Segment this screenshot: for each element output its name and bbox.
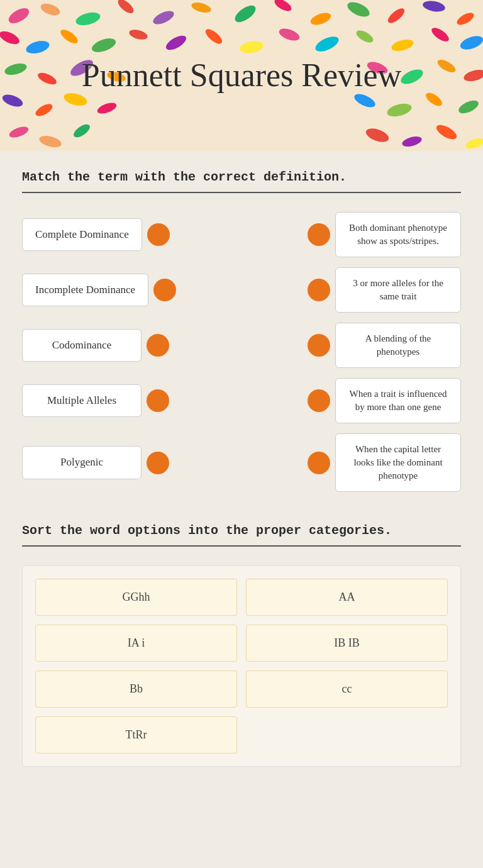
dot-right-3[interactable] [308,334,330,357]
dot-left-2[interactable] [153,279,176,301]
svg-point-49 [465,136,483,150]
page-title: Punnett Squares Review [82,56,401,95]
svg-point-18 [164,33,188,53]
match-left-2: Incomplete Dominance [22,274,176,306]
dot-right-4[interactable] [308,389,330,412]
svg-point-28 [36,70,58,87]
match-right-3: A blending of the phenotypes [308,323,461,368]
dot-right-2[interactable] [308,279,330,301]
match-instruction: Match the term with the correct definiti… [22,170,461,184]
svg-point-21 [277,26,301,43]
sort-instruction: Sort the word options into the proper ca… [22,523,461,538]
term-box-2[interactable]: Incomplete Dominance [22,274,148,306]
svg-point-19 [203,26,225,46]
sort-item-7[interactable]: TtRr [35,716,237,754]
svg-point-14 [25,38,50,55]
def-box-2[interactable]: 3 or more alleles for the same trait [335,267,461,313]
sort-section: Sort the word options into the proper ca… [22,523,461,767]
dot-left-3[interactable] [147,334,169,357]
match-right-1: Both dominant phenotype show as spots/st… [308,212,461,257]
match-left-1: Complete Dominance [22,218,170,251]
term-box-3[interactable]: Codominance [22,329,142,362]
sort-divider [22,545,461,547]
match-row-2: Incomplete Dominance 3 or more alleles f… [22,267,461,313]
svg-point-15 [58,27,80,46]
match-row-3: Codominance A blending of the phenotypes [22,323,461,368]
svg-point-7 [273,0,294,14]
match-row-1: Complete Dominance Both dominant phenoty… [22,212,461,257]
svg-point-17 [128,28,149,41]
svg-point-1 [39,1,62,18]
svg-point-33 [436,57,458,75]
svg-point-11 [422,0,446,13]
match-left-5: Polygenic [22,446,169,479]
svg-point-32 [399,67,425,87]
match-row-5: Polygenic When the capital letter looks … [22,433,461,492]
svg-point-42 [457,98,480,116]
match-right-5: When the capital letter looks like the d… [308,433,461,492]
svg-point-0 [6,5,31,26]
svg-point-8 [309,11,332,28]
svg-point-4 [151,8,175,27]
svg-point-41 [424,91,445,109]
def-box-1[interactable]: Both dominant phenotype show as spots/st… [335,212,461,257]
sort-item-4[interactable]: IB IB [246,625,448,662]
svg-point-16 [90,36,118,55]
svg-point-27 [4,62,28,77]
dot-left-5[interactable] [147,452,169,474]
sort-item-2[interactable]: AA [246,579,448,616]
svg-point-20 [239,40,265,55]
svg-point-40 [386,101,413,119]
svg-point-6 [232,3,258,26]
svg-point-47 [401,135,423,148]
match-right-2: 3 or more alleles for the same trait [308,267,461,313]
def-box-3[interactable]: A blending of the phenotypes [335,323,461,368]
term-box-5[interactable]: Polygenic [22,446,142,479]
sort-item-6[interactable]: cc [246,670,448,708]
svg-point-10 [386,6,407,25]
svg-point-25 [430,25,451,44]
svg-point-13 [0,29,21,47]
def-box-5[interactable]: When the capital letter looks like the d… [335,433,461,492]
sort-item-5[interactable]: Bb [35,670,237,708]
svg-point-3 [116,0,136,16]
sort-item-1[interactable]: GGhh [35,579,237,616]
svg-point-26 [458,33,483,52]
svg-point-22 [313,33,341,54]
sort-grid: GGhh AA IA i IB IB Bb cc TtRr [22,565,461,767]
main-content: Match the term with the correct definiti… [0,151,483,868]
svg-point-2 [74,10,101,28]
svg-point-5 [191,1,213,14]
term-box-4[interactable]: Multiple Alleles [22,384,142,417]
svg-point-43 [8,125,30,140]
svg-point-48 [434,122,458,142]
matching-area: Complete Dominance Both dominant phenoty… [22,212,461,492]
dot-right-1[interactable] [308,223,330,246]
match-right-4: When a trait is influenced by more than … [308,378,461,423]
sort-item-3[interactable]: IA i [35,625,237,662]
svg-point-38 [96,101,118,116]
svg-point-34 [463,68,483,84]
svg-point-45 [72,122,92,140]
svg-point-12 [455,10,476,27]
svg-point-46 [364,126,391,145]
svg-point-23 [355,28,375,45]
svg-point-35 [1,92,24,109]
match-left-4: Multiple Alleles [22,384,169,417]
dot-right-5[interactable] [308,452,330,474]
svg-point-24 [391,38,415,53]
page-header: Punnett Squares Review [0,0,483,151]
svg-point-36 [34,101,55,118]
dot-left-1[interactable] [147,223,170,246]
match-left-3: Codominance [22,329,169,362]
match-divider [22,192,461,193]
term-box-1[interactable]: Complete Dominance [22,218,142,251]
svg-point-44 [38,134,63,150]
match-row-4: Multiple Alleles When a trait is influen… [22,378,461,423]
dot-left-4[interactable] [147,389,169,412]
svg-point-9 [345,0,372,19]
def-box-4[interactable]: When a trait is influenced by more than … [335,378,461,423]
